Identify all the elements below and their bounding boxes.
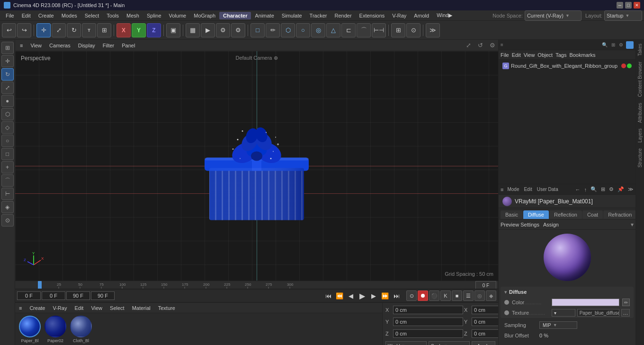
- tab-takes[interactable]: Takes: [636, 42, 644, 58]
- poly-cube-button[interactable]: ⬡: [281, 23, 295, 37]
- cone-button[interactable]: △: [326, 23, 340, 37]
- coord-x-input[interactable]: [393, 306, 463, 314]
- material-sphere-cloth-blue[interactable]: [70, 316, 92, 337]
- close-button[interactable]: ✕: [634, 2, 640, 9]
- vp-refresh-icon[interactable]: ↺: [478, 42, 483, 49]
- apply-button[interactable]: Apply: [472, 341, 495, 345]
- sidebar-edge-button[interactable]: ◇: [1, 121, 14, 134]
- cap-button[interactable]: ⊏: [341, 23, 356, 37]
- torus-button[interactable]: ◎: [311, 23, 325, 37]
- menu-tracker[interactable]: Tracker: [306, 12, 331, 19]
- tab-attributes[interactable]: Attributes: [636, 101, 644, 125]
- undo-button[interactable]: ↩: [2, 23, 16, 37]
- menu-character[interactable]: Character: [219, 12, 251, 19]
- material-paper02[interactable]: Paper02: [45, 316, 66, 343]
- camera-button[interactable]: ⊙: [406, 23, 420, 37]
- grid-button[interactable]: ⊞: [391, 23, 405, 37]
- skip-start-button[interactable]: ⏮: [323, 291, 333, 301]
- menu-select[interactable]: Select: [81, 12, 103, 19]
- tab-basic[interactable]: Basic: [501, 210, 523, 219]
- menu-file[interactable]: File: [2, 12, 18, 19]
- color-dot-icon[interactable]: [504, 300, 509, 305]
- mat-menu-create[interactable]: Create: [27, 304, 47, 312]
- attr-menu-toggle[interactable]: ≡: [501, 187, 503, 192]
- viewport[interactable]: X Y Z Perspective Default Camera ⊕ Grid …: [15, 51, 498, 281]
- material-cloth-blue[interactable]: Cloth_Bl: [70, 316, 92, 343]
- sidebar-object-button[interactable]: □: [1, 148, 14, 160]
- preview-settings-button[interactable]: Preview Settings: [501, 222, 539, 227]
- sidebar-null-button[interactable]: +: [1, 161, 14, 173]
- texture-dropdown[interactable]: ▾: [552, 309, 575, 317]
- vp-menu-filter[interactable]: Filter: [101, 42, 116, 49]
- sidebar-live-button[interactable]: ●: [1, 95, 14, 107]
- tab-structure[interactable]: Structure: [636, 146, 644, 170]
- layer-button[interactable]: ☰: [463, 291, 474, 301]
- menu-render[interactable]: Render: [331, 12, 355, 19]
- om-menu-view[interactable]: View: [524, 52, 535, 58]
- mat-menu-select[interactable]: Select: [108, 304, 126, 312]
- select-tool-button[interactable]: ▣: [166, 23, 180, 37]
- bend-button[interactable]: ⌒: [357, 23, 371, 37]
- om-item-gift-box[interactable]: G Round_Gift_Box_with_Elegant_Ribbon_gro…: [501, 62, 634, 70]
- om-filter-icon[interactable]: ⊞: [611, 42, 615, 47]
- menu-mograph[interactable]: MoGraph: [190, 12, 219, 19]
- titlebar-controls[interactable]: ─ □ ✕: [617, 2, 640, 9]
- attr-more-icon[interactable]: ≫: [628, 186, 634, 192]
- prev-frame-button[interactable]: ⏪: [334, 291, 345, 301]
- cube-button[interactable]: □: [250, 23, 265, 37]
- tab-reflection[interactable]: Reflection: [549, 210, 582, 219]
- nodespace-dropdown[interactable]: Current (V-Ray) ▼: [525, 10, 581, 21]
- render-region-button[interactable]: ▦: [186, 23, 200, 37]
- snap-button[interactable]: ◆: [486, 291, 496, 301]
- sidebar-polygon-button[interactable]: ⬡: [1, 108, 14, 120]
- mat-menu-material[interactable]: Material: [130, 304, 152, 312]
- current-frame-input[interactable]: [42, 291, 65, 300]
- sidebar-magnet-button[interactable]: ⊙: [1, 214, 14, 227]
- z-axis-button[interactable]: Z: [147, 23, 161, 37]
- color-swatch[interactable]: [552, 299, 619, 306]
- move-tool-button[interactable]: ✛: [36, 23, 51, 37]
- attr-back-button[interactable]: ←: [575, 187, 581, 192]
- end-frame-input[interactable]: [66, 291, 90, 300]
- coord-y-input[interactable]: [393, 318, 463, 326]
- tab-content-browser[interactable]: Content Browser: [636, 60, 644, 99]
- scale-tool-button[interactable]: ⤢: [52, 23, 66, 37]
- max-frame-input[interactable]: [91, 291, 115, 300]
- om-search-icon[interactable]: 🔍: [602, 42, 608, 47]
- vp-expand-icon[interactable]: ⤢: [466, 42, 471, 49]
- sidebar-axis-button[interactable]: ⊢: [1, 188, 14, 200]
- sidebar-select-button[interactable]: ⊞: [1, 42, 14, 54]
- vp-menu-display[interactable]: Display: [76, 42, 97, 49]
- maximize-button[interactable]: □: [625, 2, 632, 9]
- y-axis-button[interactable]: Y: [132, 23, 146, 37]
- om-toggle-icon[interactable]: ≡: [501, 42, 503, 47]
- vp-menu-panel[interactable]: Panel: [120, 42, 137, 49]
- menu-arnold[interactable]: Arnold: [410, 12, 433, 19]
- attr-edit-menu[interactable]: Edit: [524, 186, 532, 193]
- material-sphere-paper02[interactable]: [45, 316, 66, 337]
- attr-filter-icon[interactable]: ⊞: [601, 186, 605, 192]
- mat-menu-texture[interactable]: Texture: [156, 304, 177, 312]
- om-menu-edit[interactable]: Edit: [512, 52, 521, 58]
- mirror-tool-button[interactable]: ⊞: [97, 23, 111, 37]
- menu-volume[interactable]: Volume: [165, 12, 190, 19]
- collapse-icon[interactable]: ▾: [631, 221, 634, 228]
- mat-menu-vray[interactable]: V-Ray: [51, 304, 69, 312]
- play-pause-button[interactable]: ▶: [357, 291, 367, 301]
- om-menu-object[interactable]: Object: [537, 52, 553, 58]
- color-edit-button[interactable]: ✏: [622, 299, 630, 306]
- om-menu-file[interactable]: File: [501, 52, 509, 58]
- sidebar-move-button[interactable]: ✛: [1, 55, 14, 67]
- step-back-button[interactable]: ◀: [346, 291, 356, 301]
- skip-end-button[interactable]: ⏭: [391, 291, 402, 301]
- motion-record-button[interactable]: ◎: [474, 291, 485, 301]
- attr-userdata-menu[interactable]: User Data: [537, 186, 558, 193]
- record-mode-button[interactable]: ⊙: [406, 291, 417, 301]
- menu-extensions[interactable]: Extensions: [356, 12, 389, 19]
- play-button[interactable]: ▶: [201, 23, 215, 37]
- vp-menu-toggle[interactable]: ≡: [18, 42, 25, 49]
- transform-tool-button[interactable]: T: [82, 23, 96, 37]
- texture-dot-icon[interactable]: [504, 310, 509, 315]
- om-menu-bookmarks[interactable]: Bookmarks: [569, 52, 595, 58]
- sidebar-snap-button[interactable]: ◈: [1, 201, 14, 213]
